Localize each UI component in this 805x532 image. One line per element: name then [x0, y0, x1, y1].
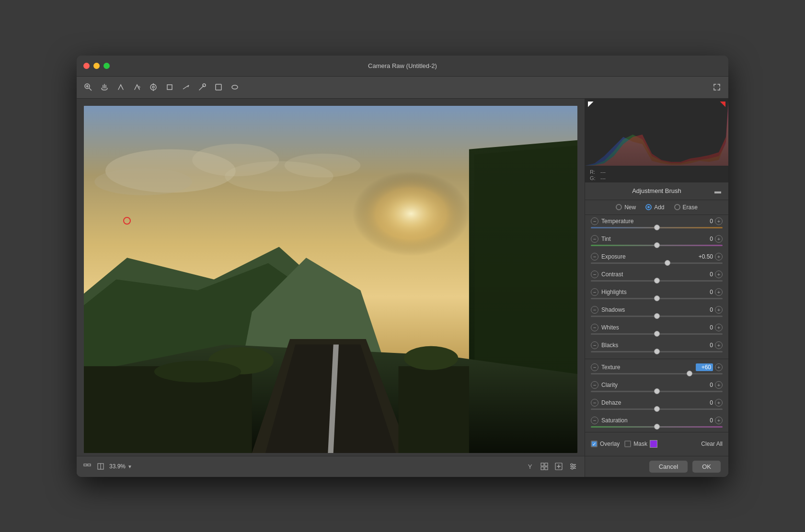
minus-highlights[interactable]: − — [591, 288, 598, 296]
status-settings-icon[interactable] — [567, 461, 579, 472]
minus-dehaze[interactable]: − — [591, 399, 598, 407]
slider-thumb-2[interactable] — [665, 260, 670, 266]
plus-temperature[interactable]: + — [715, 217, 723, 225]
plus-clarity[interactable]: + — [715, 381, 723, 389]
slider-row-temperature: − Temperature 0 + — [585, 215, 728, 233]
ok-button[interactable]: OK — [692, 461, 721, 473]
r-label: R: — [590, 169, 598, 175]
plus-blacks[interactable]: + — [715, 341, 723, 349]
before-after-icon[interactable] — [96, 462, 105, 471]
svg-rect-33 — [399, 366, 469, 453]
target-adjustment-tool[interactable] — [148, 81, 159, 93]
mask-checkbox[interactable] — [624, 441, 631, 447]
minus-exposure[interactable]: − — [591, 253, 598, 260]
slider-track-0[interactable] — [591, 227, 723, 228]
slider-track-3[interactable] — [591, 280, 723, 282]
slider-value-11: 0 — [696, 417, 713, 424]
slider-track-1[interactable] — [591, 245, 723, 246]
slider-track-9[interactable] — [591, 391, 723, 392]
slider-value-4: 0 — [696, 289, 713, 295]
sliders-container: − Temperature 0 + − Tint 0 + — [585, 215, 728, 432]
status-plus-icon[interactable] — [553, 461, 564, 472]
slider-track-10[interactable] — [591, 408, 723, 410]
svg-rect-14 — [216, 84, 221, 90]
slider-track-2[interactable] — [591, 262, 723, 264]
mode-new[interactable]: New — [616, 204, 636, 211]
plus-exposure[interactable]: + — [715, 253, 723, 260]
traffic-lights — [83, 63, 110, 69]
brush-indicator — [123, 217, 131, 225]
slider-thumb-10[interactable] — [654, 406, 660, 412]
minus-contrast[interactable]: − — [591, 271, 598, 278]
spot-removal-tool[interactable] — [196, 81, 208, 93]
zoom-tool[interactable] — [82, 81, 94, 93]
close-button[interactable] — [83, 63, 90, 69]
minus-saturation[interactable]: − — [591, 417, 598, 424]
plus-tint[interactable]: + — [715, 235, 723, 243]
cancel-button[interactable]: Cancel — [649, 461, 688, 473]
slider-thumb-9[interactable] — [654, 388, 660, 394]
plus-dehaze[interactable]: + — [715, 399, 723, 407]
minus-texture[interactable]: − — [591, 363, 598, 371]
mask-color-swatch[interactable] — [650, 440, 657, 448]
hand-tool[interactable] — [99, 81, 110, 93]
white-balance-tool[interactable] — [115, 81, 126, 93]
minus-temperature[interactable]: − — [591, 217, 598, 225]
clear-all-button[interactable]: Clear All — [701, 441, 723, 447]
overlay-checkbox[interactable]: ✓ — [591, 441, 598, 447]
status-right: Y — [524, 461, 579, 472]
panel-close-button[interactable]: ▬ — [713, 186, 723, 196]
slider-thumb-1[interactable] — [654, 242, 660, 248]
redeye-tool[interactable] — [213, 81, 224, 93]
fullscreen-icon[interactable] — [711, 81, 723, 93]
slider-thumb-7[interactable] — [654, 349, 660, 354]
slider-row-texture: − Texture +60 + — [585, 361, 728, 379]
slider-thumb-11[interactable] — [654, 424, 660, 430]
plus-highlights[interactable]: + — [715, 288, 723, 296]
zoom-arrow-icon[interactable]: ▼ — [127, 464, 132, 469]
slider-track-5[interactable] — [591, 316, 723, 317]
slider-value-5: 0 — [696, 306, 713, 313]
minus-clarity[interactable]: − — [591, 381, 598, 389]
slider-thumb-3[interactable] — [654, 278, 660, 283]
slider-row-clarity: − Clarity 0 + — [585, 379, 728, 396]
mode-erase[interactable]: Erase — [674, 204, 698, 211]
slider-track-7[interactable] — [591, 351, 723, 352]
toggle-fit-icon[interactable] — [82, 462, 92, 471]
svg-rect-38 — [88, 464, 91, 466]
status-y-icon[interactable]: Y — [524, 461, 536, 472]
straighten-tool[interactable] — [180, 81, 192, 93]
minimize-button[interactable] — [93, 63, 100, 69]
status-grid-icon[interactable] — [539, 461, 550, 472]
plus-saturation[interactable]: + — [715, 417, 723, 424]
slider-track-6[interactable] — [591, 333, 723, 335]
slider-thumb-6[interactable] — [654, 331, 660, 337]
slider-track-8[interactable] — [591, 373, 723, 374]
slider-value-8[interactable]: +60 — [696, 363, 713, 371]
slider-track-11[interactable] — [591, 426, 723, 428]
slider-thumb-0[interactable] — [654, 225, 660, 230]
slider-thumb-4[interactable] — [654, 295, 660, 301]
minus-shadows[interactable]: − — [591, 306, 598, 314]
color-sampler-tool[interactable] — [131, 81, 143, 93]
slider-track-4[interactable] — [591, 298, 723, 299]
plus-texture[interactable]: + — [715, 363, 723, 371]
mode-add[interactable]: Add — [645, 204, 664, 211]
slider-thumb-5[interactable] — [654, 313, 660, 319]
r-value: --- — [600, 169, 606, 175]
plus-contrast[interactable]: + — [715, 271, 723, 278]
slider-name-9: Clarity — [601, 382, 618, 388]
minus-whites[interactable]: − — [591, 324, 598, 331]
adjustment-brush-tool[interactable] — [229, 81, 241, 93]
mode-new-label: New — [624, 204, 636, 211]
minus-tint[interactable]: − — [591, 235, 598, 243]
plus-shadows[interactable]: + — [715, 306, 723, 314]
minus-blacks[interactable]: − — [591, 341, 598, 349]
slider-thumb-8[interactable] — [687, 371, 692, 376]
plus-whites[interactable]: + — [715, 324, 723, 331]
slider-value-10: 0 — [696, 399, 713, 406]
svg-point-53 — [571, 467, 573, 469]
photo-container[interactable] — [84, 106, 577, 453]
maximize-button[interactable] — [104, 63, 110, 69]
crop-tool[interactable] — [164, 81, 175, 93]
